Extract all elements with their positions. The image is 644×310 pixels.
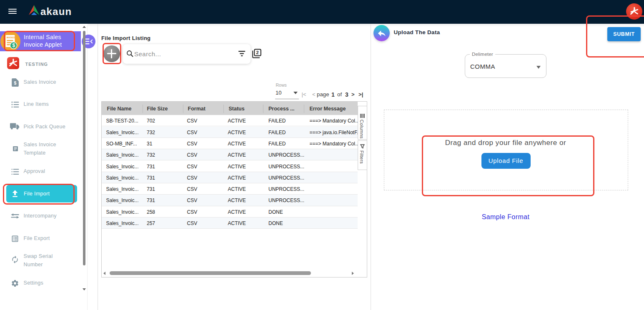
svg-text:$: $ xyxy=(14,81,17,85)
svg-text:2: 2 xyxy=(256,50,258,55)
